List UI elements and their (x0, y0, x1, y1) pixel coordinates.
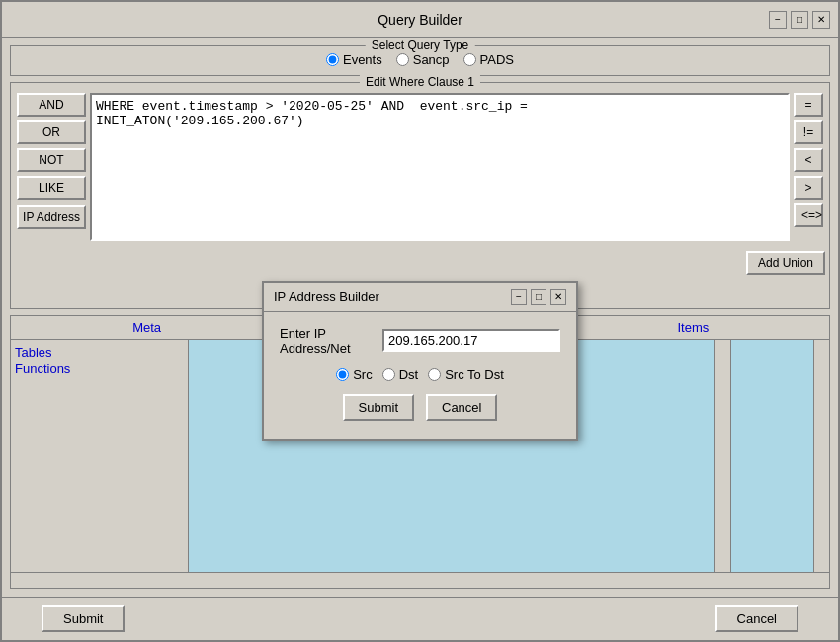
not-button[interactable]: NOT (17, 148, 86, 172)
dialog-submit-button[interactable]: Submit (343, 394, 414, 421)
tab-items[interactable]: Items (557, 316, 829, 339)
where-clause-section: Edit Where Clause 1 AND OR NOT LIKE IP A… (10, 82, 830, 309)
radio-events-label: Events (343, 52, 382, 67)
radio-sancp-label: Sancp (413, 52, 450, 67)
or-button[interactable]: OR (17, 120, 86, 144)
radio-src-label: Src (353, 367, 373, 382)
where-footer-row: Add Union (11, 247, 829, 279)
radio-pads-input[interactable] (463, 53, 476, 66)
ip-input-label: Enter IP Address/Net (280, 326, 375, 356)
dialog-body: Enter IP Address/Net Src Dst Src To Dst (264, 312, 576, 439)
radio-sancp[interactable]: Sancp (396, 52, 450, 67)
right-vscroll[interactable] (813, 340, 829, 572)
dialog-maximize-button[interactable]: □ (531, 289, 546, 305)
maximize-button[interactable]: □ (791, 11, 808, 29)
radio-dst-label: Dst (399, 367, 419, 382)
radio-src-to-dst-label: Src To Dst (445, 367, 504, 382)
ip-input-row: Enter IP Address/Net (280, 326, 560, 356)
ip-address-button[interactable]: IP Address (17, 205, 86, 229)
functions-link[interactable]: Functions (15, 361, 184, 377)
tab-meta[interactable]: Meta (11, 316, 284, 339)
where-clause-inner: AND OR NOT LIKE IP Address = != < > <=> (11, 83, 829, 247)
footer: Submit Cancel (2, 597, 838, 640)
window-controls: − □ ✕ (769, 11, 830, 29)
radio-dst[interactable]: Dst (382, 367, 419, 382)
title-bar: Query Builder − □ ✕ (2, 2, 838, 38)
main-window: Query Builder − □ ✕ Select Query Type Ev… (0, 0, 840, 642)
radio-pads-label: PADS (480, 52, 514, 67)
like-button[interactable]: LIKE (17, 176, 86, 200)
radio-pads[interactable]: PADS (463, 52, 514, 67)
dialog-title-controls: − □ ✕ (511, 289, 566, 305)
and-button[interactable]: AND (17, 93, 86, 117)
submit-button[interactable]: Submit (42, 605, 125, 632)
dialog-close-button[interactable]: ✕ (550, 289, 566, 305)
leq-button[interactable]: <=> (794, 203, 823, 227)
query-type-radio-group: Events Sancp PADS (326, 52, 514, 67)
center-vscroll[interactable] (714, 340, 730, 572)
left-panel: Tables Functions (11, 340, 189, 572)
ip-radio-group: Src Dst Src To Dst (280, 367, 560, 382)
right-panel (730, 340, 829, 572)
dialog-cancel-button[interactable]: Cancel (426, 394, 497, 421)
add-union-button[interactable]: Add Union (746, 251, 825, 275)
where-clause-title: Edit Where Clause 1 (360, 75, 480, 89)
dialog-title-text: IP Address Builder (274, 289, 379, 304)
close-button[interactable]: ✕ (812, 11, 830, 29)
right-buttons: = != < > <=> (794, 93, 823, 241)
radio-events[interactable]: Events (326, 52, 382, 67)
eq-button[interactable]: = (794, 93, 823, 117)
ip-address-dialog: IP Address Builder − □ ✕ Enter IP Addres… (262, 281, 578, 441)
window-title: Query Builder (378, 12, 462, 28)
minimize-button[interactable]: − (769, 11, 787, 29)
cancel-button[interactable]: Cancel (715, 605, 798, 632)
tables-link[interactable]: Tables (15, 344, 184, 361)
where-clause-textarea[interactable] (90, 93, 790, 241)
query-type-legend: Select Query Type (366, 39, 475, 52)
radio-events-input[interactable] (326, 53, 339, 66)
dialog-minimize-button[interactable]: − (511, 289, 527, 305)
radio-src[interactable]: Src (336, 367, 373, 382)
gt-button[interactable]: > (794, 176, 823, 200)
radio-src-to-dst[interactable]: Src To Dst (428, 367, 504, 382)
dialog-footer: Submit Cancel (280, 394, 560, 425)
ip-address-input[interactable] (382, 329, 560, 352)
lt-button[interactable]: < (794, 148, 823, 172)
radio-src-input[interactable] (336, 368, 349, 381)
query-type-section: Select Query Type Events Sancp PADS (10, 45, 830, 76)
radio-dst-input[interactable] (382, 368, 395, 381)
radio-sancp-input[interactable] (396, 53, 409, 66)
radio-src-to-dst-input[interactable] (428, 368, 441, 381)
left-buttons: AND OR NOT LIKE IP Address (17, 93, 86, 241)
dialog-title-bar: IP Address Builder − □ ✕ (264, 283, 576, 312)
neq-button[interactable]: != (794, 120, 823, 144)
h-scroll[interactable] (11, 572, 829, 588)
